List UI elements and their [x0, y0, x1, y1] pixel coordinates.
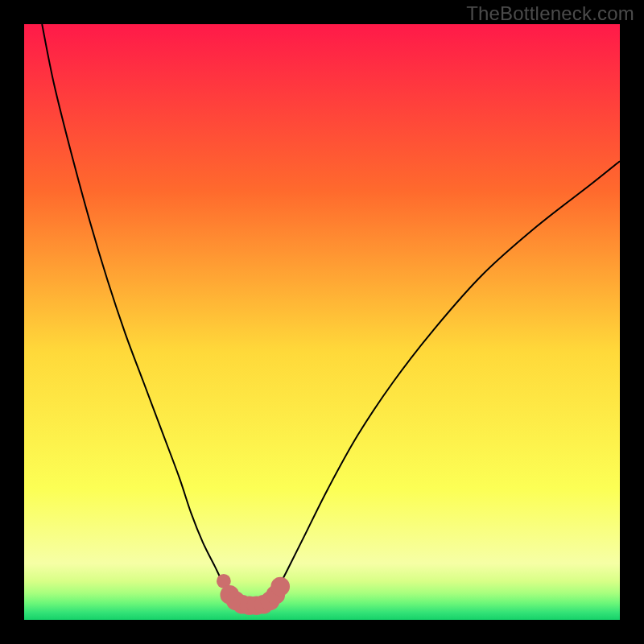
highlight-markers	[217, 574, 290, 615]
watermark-text: TheBottleneck.com	[466, 2, 634, 25]
plot-area	[24, 24, 620, 620]
curve-left-branch	[42, 24, 233, 597]
chart-svg	[24, 24, 620, 620]
highlight-dot	[270, 577, 290, 597]
curve-right-branch	[275, 161, 620, 595]
chart-root: { "watermark": "TheBottleneck.com", "col…	[0, 0, 644, 644]
